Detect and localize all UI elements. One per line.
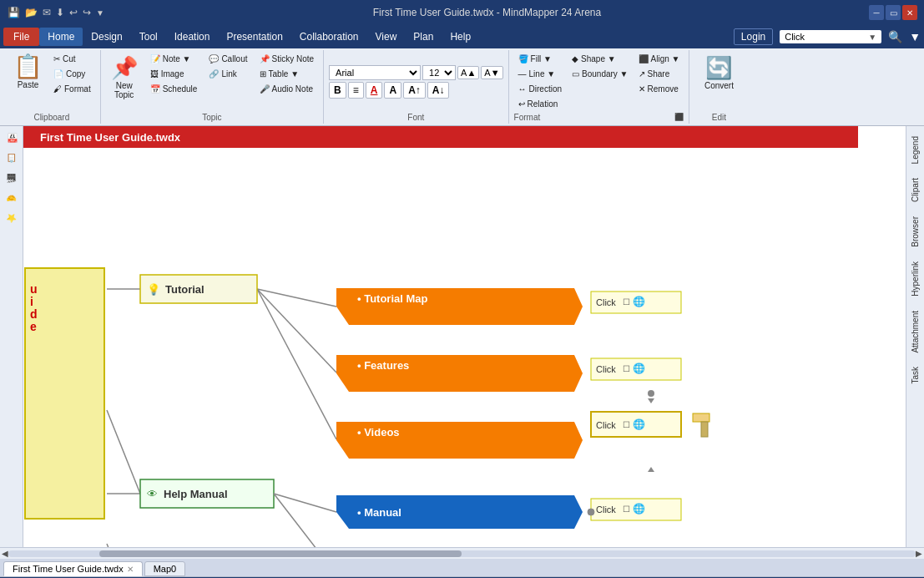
link-icon: 🔗 bbox=[209, 69, 219, 79]
fill-button[interactable]: 🪣 Fill ▼ bbox=[514, 52, 566, 66]
tab-close-1[interactable]: ✕ bbox=[127, 565, 134, 574]
relation-button[interactable]: ↩ Relation bbox=[514, 97, 566, 111]
sidebar-presentation[interactable]: 🎬 bbox=[3, 170, 21, 188]
topic-col3: 📌 Sticky Note ⊞ Table ▼ 🎤 Audio Note bbox=[255, 52, 319, 96]
svg-rect-11 bbox=[140, 275, 257, 303]
schedule-button[interactable]: 📅 Schedule bbox=[146, 82, 202, 96]
font-grow-button[interactable]: A▲ bbox=[457, 66, 479, 79]
svg-text:🌐: 🌐 bbox=[633, 418, 645, 430]
direction-icon: ↔ bbox=[518, 84, 527, 94]
restore-button[interactable]: ▭ bbox=[886, 5, 901, 20]
copy-button[interactable]: 📄 Copy bbox=[49, 67, 95, 81]
window-controls[interactable]: ─ ▭ ✕ bbox=[869, 5, 917, 20]
bold-button[interactable]: B bbox=[329, 82, 346, 99]
menu-view[interactable]: View bbox=[367, 28, 406, 46]
scroll-left-arrow[interactable]: ◀ bbox=[2, 549, 8, 558]
table-button[interactable]: ⊞ Table ▼ bbox=[255, 67, 319, 81]
sidebar-project-map[interactable]: ⭐ bbox=[3, 210, 21, 228]
menu-help[interactable]: Help bbox=[442, 28, 479, 46]
share-button[interactable]: ↗ Share bbox=[634, 67, 684, 81]
tab-map0[interactable]: Map0 bbox=[144, 561, 186, 576]
shape-button[interactable]: ◆ Shape ▼ bbox=[568, 52, 632, 66]
search-input[interactable] bbox=[785, 32, 868, 42]
dropdown-icon[interactable]: ▼ bbox=[96, 8, 104, 18]
scroll-thumb[interactable] bbox=[99, 550, 462, 557]
shape-label: Shape ▼ bbox=[581, 54, 616, 63]
font-name-select[interactable]: Arial bbox=[329, 65, 421, 80]
line-button[interactable]: — Line ▼ bbox=[514, 67, 566, 81]
menu-collaboration[interactable]: Collaboration bbox=[291, 28, 367, 46]
sidebar-task[interactable]: Task bbox=[909, 360, 921, 391]
download-icon[interactable]: ⬇ bbox=[56, 7, 64, 18]
link-label: Link bbox=[221, 69, 236, 79]
direction-button[interactable]: ↔ Direction bbox=[514, 82, 566, 96]
search-icon[interactable]: 🔍 bbox=[888, 30, 902, 43]
menu-ideation[interactable]: Ideation bbox=[166, 28, 219, 46]
align-format-button[interactable]: ⬛ Align ▼ bbox=[634, 52, 684, 66]
email-icon[interactable]: ✉ bbox=[43, 7, 51, 18]
sidebar-clipart[interactable]: Clipart bbox=[909, 171, 921, 209]
sidebar-legend[interactable]: Legend bbox=[909, 129, 921, 170]
search-box[interactable]: ▼ bbox=[780, 30, 881, 43]
note-button[interactable]: 📝 Note ▼ bbox=[146, 52, 202, 66]
cut-button[interactable]: ✂ Cut bbox=[49, 52, 95, 66]
align-button[interactable]: ≡ bbox=[348, 82, 364, 99]
scroll-right-arrow[interactable]: ▶ bbox=[916, 549, 922, 558]
horizontal-scrollbar[interactable]: ◀ ▶ bbox=[0, 547, 924, 559]
size-down-button[interactable]: A↓ bbox=[427, 82, 450, 99]
sidebar-collaboration[interactable]: 🤝 bbox=[3, 190, 21, 208]
menu-tool[interactable]: Tool bbox=[131, 28, 166, 46]
font-shrink-button[interactable]: A▼ bbox=[481, 66, 502, 79]
callout-button[interactable]: 💬 Callout bbox=[204, 52, 251, 66]
svg-point-22 bbox=[648, 390, 654, 397]
login-button[interactable]: Login bbox=[734, 28, 773, 45]
color-button[interactable]: A bbox=[366, 82, 383, 99]
format-dialog-icon[interactable]: ⬛ bbox=[674, 113, 684, 121]
menu-presentation[interactable]: Presentation bbox=[218, 28, 290, 46]
search-dropdown-icon[interactable]: ▼ bbox=[868, 33, 876, 42]
paste-button[interactable]: 📋 Paste bbox=[8, 52, 48, 93]
menu-home[interactable]: Home bbox=[39, 28, 83, 46]
svg-text:☐: ☐ bbox=[623, 364, 630, 373]
font-row-2: B ≡ A A A↑ A↓ bbox=[329, 82, 502, 99]
menu-design[interactable]: Design bbox=[83, 28, 130, 46]
format-button[interactable]: 🖌 Format bbox=[49, 82, 95, 96]
clipboard-group: 📋 Paste ✂ Cut 📄 Copy 🖌 Format Clipboard bbox=[3, 50, 101, 124]
close-button[interactable]: ✕ bbox=[902, 5, 917, 20]
link-button[interactable]: 🔗 Link bbox=[204, 67, 251, 81]
redo-icon[interactable]: ↪ bbox=[83, 7, 91, 18]
sidebar-calendar[interactable]: 📅 bbox=[3, 129, 21, 148]
note-label: Note ▼ bbox=[163, 54, 191, 63]
save-icon[interactable]: 💾 bbox=[8, 7, 20, 18]
convert-button[interactable]: 🔄 Convert bbox=[698, 52, 740, 94]
sidebar-outline[interactable]: 📋 bbox=[3, 150, 21, 168]
help-icon[interactable]: ▼ bbox=[909, 30, 921, 43]
tab-first-time-user-guide[interactable]: First Time User Guide.twdx ✕ bbox=[3, 561, 143, 576]
image-button[interactable]: 🖼 Image bbox=[146, 67, 202, 81]
new-topic-button[interactable]: 📌 NewTopic bbox=[106, 52, 143, 103]
highlight-button[interactable]: A bbox=[384, 82, 401, 99]
sidebar-browser[interactable]: Browser bbox=[909, 210, 921, 254]
tab-label-1: First Time User Guide.twdx bbox=[13, 564, 124, 574]
format-col3: ⬛ Align ▼ ↗ Share ✕ Remove bbox=[634, 52, 684, 96]
menu-file[interactable]: File bbox=[3, 28, 39, 46]
copy-label: Copy bbox=[66, 69, 85, 79]
font-size-select[interactable]: 12 bbox=[422, 65, 456, 80]
undo-icon[interactable]: ↩ bbox=[69, 7, 78, 18]
size-up-button[interactable]: A↑ bbox=[403, 82, 426, 99]
format-group: 🪣 Fill ▼ — Line ▼ ↔ Direction ↩ Relation bbox=[509, 50, 690, 124]
audio-note-button[interactable]: 🎤 Audio Note bbox=[255, 82, 319, 96]
tab-label-2: Map0 bbox=[154, 564, 177, 574]
menu-right: Login ▼ 🔍 ▼ bbox=[734, 28, 921, 45]
sidebar-attachment[interactable]: Attachment bbox=[909, 304, 921, 360]
open-icon[interactable]: 📂 bbox=[25, 7, 38, 18]
svg-text:Tutorial: Tutorial bbox=[165, 283, 204, 296]
font-row-1: Arial 12 A▲ A▼ bbox=[329, 65, 502, 80]
minimize-button[interactable]: ─ bbox=[869, 5, 884, 20]
menu-plan[interactable]: Plan bbox=[405, 28, 442, 46]
sidebar-hyperlink[interactable]: Hyperlink bbox=[909, 255, 921, 303]
boundary-button[interactable]: ▭ Boundary ▼ bbox=[568, 67, 632, 81]
sticky-note-button[interactable]: 📌 Sticky Note bbox=[255, 52, 319, 66]
topic-group: 📌 NewTopic 📝 Note ▼ 🖼 Image 📅 Schedule bbox=[101, 50, 324, 124]
remove-button[interactable]: ✕ Remove bbox=[634, 82, 684, 96]
